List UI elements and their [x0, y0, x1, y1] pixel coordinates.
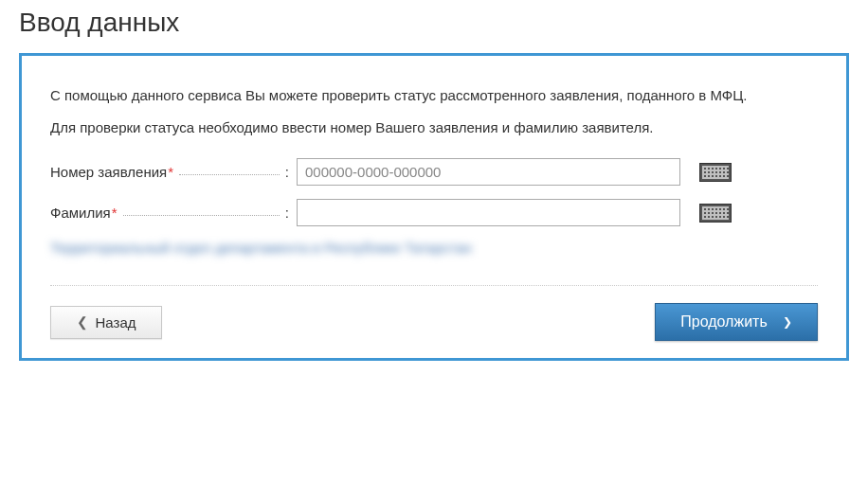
blurred-text: Территориальный отдел департамента в Рес… [50, 240, 472, 256]
keyboard-icon[interactable] [699, 163, 732, 182]
button-row: ❮ Назад Продолжить ❯ [50, 285, 818, 341]
intro-text: С помощью данного сервиса Вы можете пров… [50, 84, 818, 106]
application-number-input[interactable] [297, 158, 680, 186]
label-text: Номер заявления [50, 164, 167, 180]
subtitle-text: Для проверки статуса необходимо ввести н… [50, 119, 818, 135]
label-text: Фамилия [50, 205, 111, 221]
back-label: Назад [96, 314, 136, 330]
dotted-leader [123, 215, 280, 216]
continue-button[interactable]: Продолжить ❯ [655, 303, 818, 341]
chevron-left-icon: ❮ [77, 314, 88, 330]
dotted-leader [179, 174, 280, 175]
required-marker: * [112, 205, 118, 221]
annotation-arrow-icon [503, 368, 712, 370]
surname-input[interactable] [297, 199, 680, 226]
keyboard-icon[interactable] [699, 204, 732, 223]
blurred-link: Территориальный отдел департамента в Рес… [50, 240, 818, 257]
label-surname: Фамилия* : [50, 205, 297, 221]
label-application-number: Номер заявления* : [50, 164, 297, 180]
row-application-number: Номер заявления* : [50, 158, 818, 186]
continue-label: Продолжить [680, 313, 767, 330]
colon: : [285, 205, 289, 221]
required-marker: * [168, 164, 173, 180]
row-surname: Фамилия* : [50, 199, 818, 226]
colon: : [285, 164, 289, 180]
chevron-right-icon: ❯ [783, 315, 792, 329]
page-title: Ввод данных [0, 0, 868, 53]
back-button[interactable]: ❮ Назад [50, 306, 162, 339]
form-panel: С помощью данного сервиса Вы можете пров… [19, 53, 849, 361]
